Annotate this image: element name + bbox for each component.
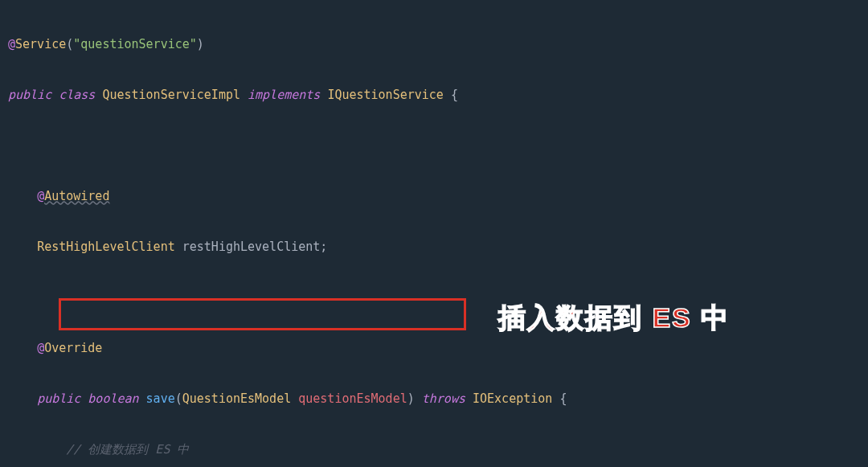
method-name: save — [146, 391, 175, 406]
at-sign: @ — [37, 189, 44, 203]
annotation-name: Override — [44, 341, 102, 355]
semicolon: ; — [320, 240, 327, 254]
paren-open: ( — [66, 37, 73, 51]
code-line: public boolean save(QuestionEsModel ques… — [8, 387, 860, 412]
class-name: QuestionServiceImpl — [102, 88, 248, 102]
keyword: implements — [248, 88, 327, 102]
variable: restHighLevelClient — [182, 240, 321, 254]
code-line: @Service("questionService") — [8, 32, 860, 58]
at-sign: @ — [8, 37, 15, 51]
keyword: public — [37, 391, 88, 406]
keyword: throws — [422, 391, 473, 406]
type: RestHighLevelClient — [37, 240, 182, 254]
code-line: // 创建数据到 ES 中 — [8, 437, 860, 463]
keyword: public class — [8, 88, 102, 102]
param-name: questionEsModel — [298, 391, 407, 406]
brace: { — [451, 88, 458, 102]
paren-close: ) — [197, 37, 204, 51]
code-line: RestHighLevelClient restHighLevelClient; — [8, 235, 860, 260]
code-editor[interactable]: @Service("questionService") public class… — [8, 6, 860, 467]
code-line: @Override — [8, 336, 860, 362]
exception-type: IOException — [473, 391, 559, 406]
annotation-name: Autowired — [44, 189, 109, 203]
code-line-blank — [8, 285, 860, 311]
paren-close: ) — [407, 391, 422, 406]
interface-name: IQuestionService — [327, 88, 451, 102]
brace: { — [559, 391, 567, 406]
param-type: QuestionEsModel — [182, 391, 299, 406]
code-line: @Autowired — [8, 184, 860, 210]
annotation-name: Service — [15, 37, 66, 51]
string-literal: "questionService" — [73, 37, 197, 51]
code-line-blank — [8, 133, 860, 159]
code-line: public class QuestionServiceImpl impleme… — [8, 83, 860, 109]
return-type: boolean — [88, 391, 145, 406]
at-sign: @ — [37, 341, 44, 355]
comment: // 创建数据到 ES 中 — [66, 442, 189, 457]
paren-open: ( — [175, 391, 182, 406]
